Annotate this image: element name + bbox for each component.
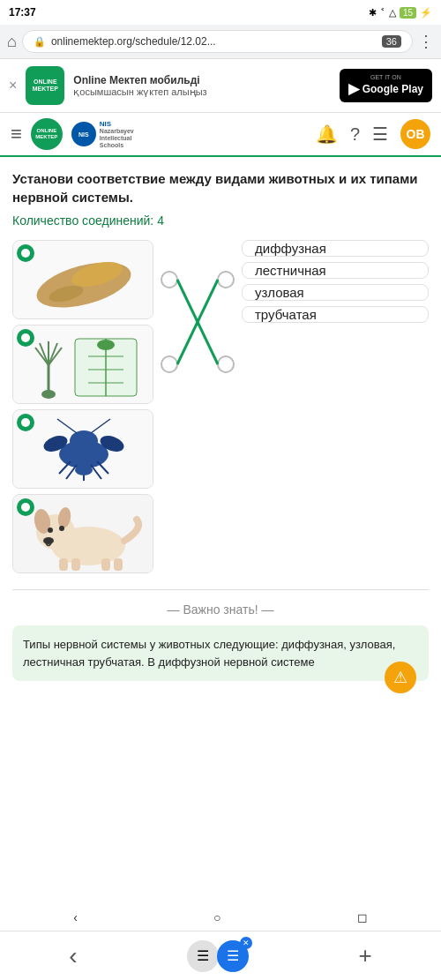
important-note-title: — Важно знать! — [12,602,429,617]
bluetooth-icon: ✱ [369,7,377,19]
signal-icon: ˂ [380,7,385,19]
connections-label: Количество соединений: [12,213,153,228]
url-text: onlinemektep.org/schedule/12.02... [51,35,377,48]
url-bar[interactable]: 🔒 onlinemektep.org/schedule/12.02... 36 [22,30,413,53]
status-time: 17:37 [9,6,36,19]
ad-logo: ONLINEMEKTEP [26,66,64,105]
label-card-4[interactable]: трубчатая [242,306,429,323]
svg-point-43 [161,272,177,288]
animal-badge-4 [17,498,34,516]
animal-column [12,240,153,573]
svg-point-44 [161,356,177,372]
android-recents-icon[interactable]: ◻ [357,910,368,924]
google-play-label-top: GET IT ON [370,74,401,80]
android-nav: ‹ ○ ◻ [0,904,441,931]
nav-icons: 🔔 ? ☰ OB [316,119,430,149]
ad-line2: қосымшасын жүктеп алыңыз [73,86,330,98]
bottom-middle-area: ☰ ☰ ✕ [187,940,249,972]
label-card-2[interactable]: лестничная [242,262,429,279]
question-title: Установи соответствие между видами живот… [12,169,429,206]
svg-rect-40 [71,558,80,571]
notification-icon[interactable]: 🔔 [316,123,338,145]
list-icon[interactable]: ☰ [372,123,388,145]
svg-point-37 [59,526,64,531]
svg-point-45 [218,272,234,288]
nis-circle: NIS [71,122,96,146]
ad-close-button[interactable]: × [9,78,17,94]
svg-point-36 [48,527,53,533]
help-icon[interactable]: ? [350,124,360,145]
browser-menu-icon[interactable]: ⋮ [418,32,434,51]
ad-line1: Online Мектеп мобильді [73,74,330,86]
svg-point-46 [218,356,234,372]
google-play-button[interactable]: GET IT ON ▶ Google Play [340,69,432,102]
status-bar: 17:37 ✱ ˂ △ 15 ⚡ [0,0,441,25]
svg-point-14 [97,340,115,350]
label-text-1: диффузная [255,241,326,256]
svg-point-30 [75,465,93,475]
svg-point-11 [41,390,56,399]
note-box: Типы нервной системы у животных следующи… [12,625,429,681]
browser-bar: ⌂ 🔒 onlinemektep.org/schedule/12.02... 3… [0,25,441,59]
page-icon-1[interactable]: ☰ [187,940,219,972]
ad-text: Online Мектеп мобильді қосымшасын жүктеп… [73,74,330,98]
animal-badge-3 [17,414,34,431]
charging-icon: ⚡ [420,7,432,19]
svg-rect-42 [114,558,123,571]
android-home-icon[interactable]: ○ [213,910,220,924]
lock-icon: 🔒 [34,36,46,48]
wifi-icon: △ [389,7,396,19]
nis-logo: NIS NIS NazarbayevIntellectualSchools [71,120,134,149]
animal-card-3[interactable] [12,409,153,489]
label-card-3[interactable]: узловая [242,284,429,301]
google-play-label: ▶ Google Play [348,80,423,97]
label-text-2: лестничная [255,263,326,278]
label-text-3: узловая [255,285,304,300]
animal-badge-1 [17,244,34,262]
page-icon-2[interactable]: ☰ ✕ [217,940,249,972]
avatar[interactable]: OB [400,119,430,149]
nis-text: NIS NazarbayevIntellectualSchools [100,120,134,149]
back-button[interactable]: ‹ [69,942,77,970]
svg-rect-41 [101,558,110,571]
main-content: Установи соответствие между видами живот… [0,157,441,693]
animal-card-2[interactable] [12,325,153,404]
warning-icon: ⚠ [385,662,416,693]
battery-icon: 15 [400,7,416,19]
svg-point-20 [70,430,98,452]
android-back-icon[interactable]: ‹ [73,910,78,924]
connections-value: 4 [157,213,164,228]
home-icon[interactable]: ⌂ [7,33,17,51]
important-note-section: — Важно знать! — Типы нервной системы у … [12,589,429,681]
cross-connector-svg [153,240,242,409]
ad-banner: × ONLINEMEKTEP Online Мектеп мобильді қо… [0,59,441,113]
plus-button[interactable]: + [359,942,372,969]
label-column: диффузная лестничная узловая трубчатая [242,240,429,323]
bottom-nav: ‹ ☰ ☰ ✕ + [0,931,441,980]
animal-card-1[interactable] [12,240,153,319]
close-badge: ✕ [240,937,252,949]
matching-exercise: диффузная лестничная узловая трубчатая [12,240,429,573]
connector-area [153,240,242,413]
label-card-1[interactable]: диффузная [242,240,429,257]
label-text-4: трубчатая [255,307,317,322]
animal-badge-2 [17,329,34,347]
nav-bar: ≡ ONLINEMEKTEP NIS NIS NazarbayevIntelle… [0,113,441,157]
hamburger-menu-icon[interactable]: ≡ [11,123,22,146]
note-text: Типы нервной системы у животных следующи… [23,638,395,669]
nav-logo: ONLINEMEKTEP [31,118,63,150]
tab-count[interactable]: 36 [382,35,401,48]
svg-point-38 [43,537,54,544]
status-icons: ✱ ˂ △ 15 ⚡ [369,7,432,19]
connections-count: Количество соединений: 4 [12,213,429,228]
svg-rect-39 [59,558,68,571]
animal-card-4[interactable] [12,494,153,573]
